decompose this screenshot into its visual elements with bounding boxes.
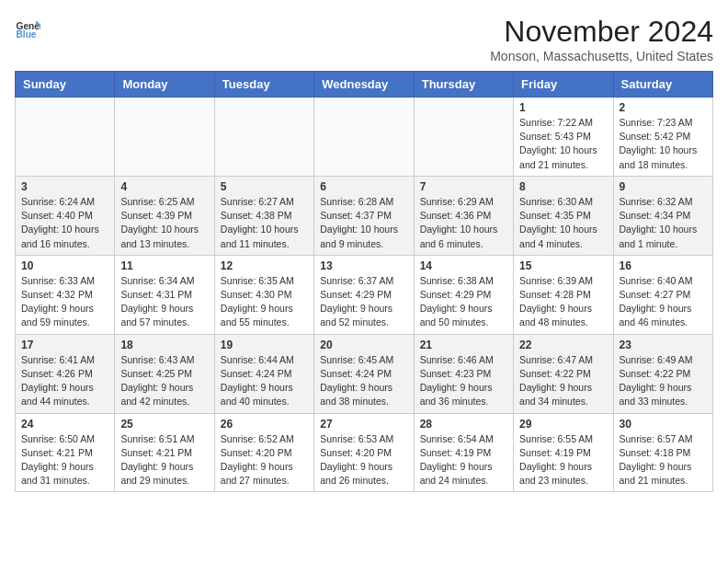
day-number: 10 xyxy=(21,259,108,272)
title-area: November 2024 Monson, Massachusetts, Uni… xyxy=(490,15,713,63)
calendar-day-cell: 9Sunrise: 6:32 AM Sunset: 4:34 PM Daylig… xyxy=(613,176,712,255)
calendar-day-cell: 15Sunrise: 6:39 AM Sunset: 4:28 PM Dayli… xyxy=(514,255,613,334)
location-title: Monson, Massachusetts, United States xyxy=(490,49,713,63)
day-number: 25 xyxy=(120,418,208,431)
weekday-header-cell: Saturday xyxy=(613,72,712,98)
calendar-day-cell xyxy=(314,98,414,177)
logo-icon: General Blue xyxy=(15,15,40,40)
calendar-day-cell xyxy=(115,98,214,177)
day-number: 29 xyxy=(519,418,607,431)
day-number: 17 xyxy=(21,339,108,351)
day-number: 6 xyxy=(320,180,407,193)
day-info: Sunrise: 6:46 AM Sunset: 4:23 PM Dayligh… xyxy=(420,353,507,409)
calendar-day-cell: 17Sunrise: 6:41 AM Sunset: 4:26 PM Dayli… xyxy=(16,334,115,413)
calendar-day-cell: 23Sunrise: 6:49 AM Sunset: 4:22 PM Dayli… xyxy=(613,334,712,413)
svg-text:Blue: Blue xyxy=(17,29,37,40)
day-number: 23 xyxy=(620,339,707,351)
calendar-day-cell: 18Sunrise: 6:43 AM Sunset: 4:25 PM Dayli… xyxy=(115,334,214,413)
day-info: Sunrise: 6:38 AM Sunset: 4:29 PM Dayligh… xyxy=(420,274,507,330)
day-info: Sunrise: 6:32 AM Sunset: 4:34 PM Dayligh… xyxy=(620,195,707,251)
day-number: 30 xyxy=(620,418,707,431)
weekday-header-row: SundayMondayTuesdayWednesdayThursdayFrid… xyxy=(16,72,713,98)
calendar-day-cell xyxy=(414,98,513,177)
day-number: 9 xyxy=(620,180,707,193)
calendar-day-cell: 30Sunrise: 6:57 AM Sunset: 4:18 PM Dayli… xyxy=(613,413,712,492)
day-info: Sunrise: 6:44 AM Sunset: 4:24 PM Dayligh… xyxy=(221,353,308,409)
calendar-day-cell: 25Sunrise: 6:51 AM Sunset: 4:21 PM Dayli… xyxy=(115,413,214,492)
day-info: Sunrise: 6:29 AM Sunset: 4:36 PM Dayligh… xyxy=(420,195,507,251)
day-info: Sunrise: 6:34 AM Sunset: 4:31 PM Dayligh… xyxy=(120,274,208,330)
day-number: 18 xyxy=(120,339,208,351)
day-number: 12 xyxy=(221,259,308,272)
calendar-day-cell: 27Sunrise: 6:53 AM Sunset: 4:20 PM Dayli… xyxy=(314,413,414,492)
day-info: Sunrise: 6:27 AM Sunset: 4:38 PM Dayligh… xyxy=(221,195,308,251)
calendar-day-cell: 26Sunrise: 6:52 AM Sunset: 4:20 PM Dayli… xyxy=(214,413,313,492)
day-info: Sunrise: 7:22 AM Sunset: 5:43 PM Dayligh… xyxy=(519,116,607,172)
day-info: Sunrise: 6:25 AM Sunset: 4:39 PM Dayligh… xyxy=(120,195,208,251)
day-number: 15 xyxy=(519,259,607,272)
day-info: Sunrise: 6:30 AM Sunset: 4:35 PM Dayligh… xyxy=(519,195,607,251)
day-number: 5 xyxy=(221,180,308,193)
weekday-header-cell: Friday xyxy=(514,72,613,98)
weekday-header-cell: Wednesday xyxy=(314,72,414,98)
calendar-week-row: 1Sunrise: 7:22 AM Sunset: 5:43 PM Daylig… xyxy=(16,98,713,177)
day-info: Sunrise: 6:33 AM Sunset: 4:32 PM Dayligh… xyxy=(21,274,108,330)
weekday-header-cell: Thursday xyxy=(414,72,513,98)
day-info: Sunrise: 6:52 AM Sunset: 4:20 PM Dayligh… xyxy=(221,432,308,488)
calendar-day-cell: 5Sunrise: 6:27 AM Sunset: 4:38 PM Daylig… xyxy=(214,176,313,255)
day-info: Sunrise: 6:40 AM Sunset: 4:27 PM Dayligh… xyxy=(620,274,707,330)
weekday-header-cell: Monday xyxy=(115,72,214,98)
page-header: General Blue November 2024 Monson, Massa… xyxy=(15,15,713,63)
day-number: 3 xyxy=(21,180,108,193)
calendar-day-cell: 28Sunrise: 6:54 AM Sunset: 4:19 PM Dayli… xyxy=(414,413,513,492)
day-number: 7 xyxy=(420,180,507,193)
day-info: Sunrise: 6:51 AM Sunset: 4:21 PM Dayligh… xyxy=(120,432,208,488)
day-info: Sunrise: 6:24 AM Sunset: 4:40 PM Dayligh… xyxy=(21,195,108,251)
calendar-day-cell: 12Sunrise: 6:35 AM Sunset: 4:30 PM Dayli… xyxy=(214,255,313,334)
day-number: 21 xyxy=(420,339,507,351)
day-number: 2 xyxy=(620,101,707,114)
day-number: 20 xyxy=(320,339,407,351)
calendar-day-cell: 13Sunrise: 6:37 AM Sunset: 4:29 PM Dayli… xyxy=(314,255,414,334)
calendar-day-cell: 14Sunrise: 6:38 AM Sunset: 4:29 PM Dayli… xyxy=(414,255,513,334)
day-info: Sunrise: 6:35 AM Sunset: 4:30 PM Dayligh… xyxy=(221,274,308,330)
day-info: Sunrise: 6:50 AM Sunset: 4:21 PM Dayligh… xyxy=(21,432,108,488)
day-number: 19 xyxy=(221,339,308,351)
calendar-day-cell: 29Sunrise: 6:55 AM Sunset: 4:19 PM Dayli… xyxy=(514,413,613,492)
calendar-day-cell: 8Sunrise: 6:30 AM Sunset: 4:35 PM Daylig… xyxy=(514,176,613,255)
day-info: Sunrise: 6:49 AM Sunset: 4:22 PM Dayligh… xyxy=(620,353,707,409)
calendar-week-row: 17Sunrise: 6:41 AM Sunset: 4:26 PM Dayli… xyxy=(16,334,713,413)
day-info: Sunrise: 6:28 AM Sunset: 4:37 PM Dayligh… xyxy=(320,195,407,251)
calendar-day-cell: 16Sunrise: 6:40 AM Sunset: 4:27 PM Dayli… xyxy=(613,255,712,334)
calendar-body: 1Sunrise: 7:22 AM Sunset: 5:43 PM Daylig… xyxy=(16,98,713,492)
day-number: 28 xyxy=(420,418,507,431)
day-number: 24 xyxy=(21,418,108,431)
day-number: 8 xyxy=(519,180,607,193)
day-info: Sunrise: 6:47 AM Sunset: 4:22 PM Dayligh… xyxy=(519,353,607,409)
calendar-day-cell: 6Sunrise: 6:28 AM Sunset: 4:37 PM Daylig… xyxy=(314,176,414,255)
day-info: Sunrise: 6:37 AM Sunset: 4:29 PM Dayligh… xyxy=(320,274,407,330)
calendar-day-cell xyxy=(16,98,115,177)
day-info: Sunrise: 6:45 AM Sunset: 4:24 PM Dayligh… xyxy=(320,353,407,409)
calendar-day-cell: 7Sunrise: 6:29 AM Sunset: 4:36 PM Daylig… xyxy=(414,176,513,255)
calendar-day-cell: 1Sunrise: 7:22 AM Sunset: 5:43 PM Daylig… xyxy=(514,98,613,177)
calendar-day-cell: 2Sunrise: 7:23 AM Sunset: 5:42 PM Daylig… xyxy=(613,98,712,177)
calendar-week-row: 10Sunrise: 6:33 AM Sunset: 4:32 PM Dayli… xyxy=(16,255,713,334)
day-number: 11 xyxy=(120,259,208,272)
day-number: 13 xyxy=(320,259,407,272)
day-info: Sunrise: 6:39 AM Sunset: 4:28 PM Dayligh… xyxy=(519,274,607,330)
calendar-day-cell: 21Sunrise: 6:46 AM Sunset: 4:23 PM Dayli… xyxy=(414,334,513,413)
month-title: November 2024 xyxy=(490,15,713,49)
calendar-day-cell: 19Sunrise: 6:44 AM Sunset: 4:24 PM Dayli… xyxy=(214,334,313,413)
day-info: Sunrise: 6:57 AM Sunset: 4:18 PM Dayligh… xyxy=(620,432,707,488)
day-info: Sunrise: 7:23 AM Sunset: 5:42 PM Dayligh… xyxy=(620,116,707,172)
calendar-day-cell: 20Sunrise: 6:45 AM Sunset: 4:24 PM Dayli… xyxy=(314,334,414,413)
day-info: Sunrise: 6:43 AM Sunset: 4:25 PM Dayligh… xyxy=(120,353,208,409)
calendar-day-cell: 10Sunrise: 6:33 AM Sunset: 4:32 PM Dayli… xyxy=(16,255,115,334)
calendar-week-row: 24Sunrise: 6:50 AM Sunset: 4:21 PM Dayli… xyxy=(16,413,713,492)
calendar-day-cell: 24Sunrise: 6:50 AM Sunset: 4:21 PM Dayli… xyxy=(16,413,115,492)
calendar-week-row: 3Sunrise: 6:24 AM Sunset: 4:40 PM Daylig… xyxy=(16,176,713,255)
day-number: 4 xyxy=(120,180,208,193)
day-number: 14 xyxy=(420,259,507,272)
calendar-table: SundayMondayTuesdayWednesdayThursdayFrid… xyxy=(15,71,713,492)
